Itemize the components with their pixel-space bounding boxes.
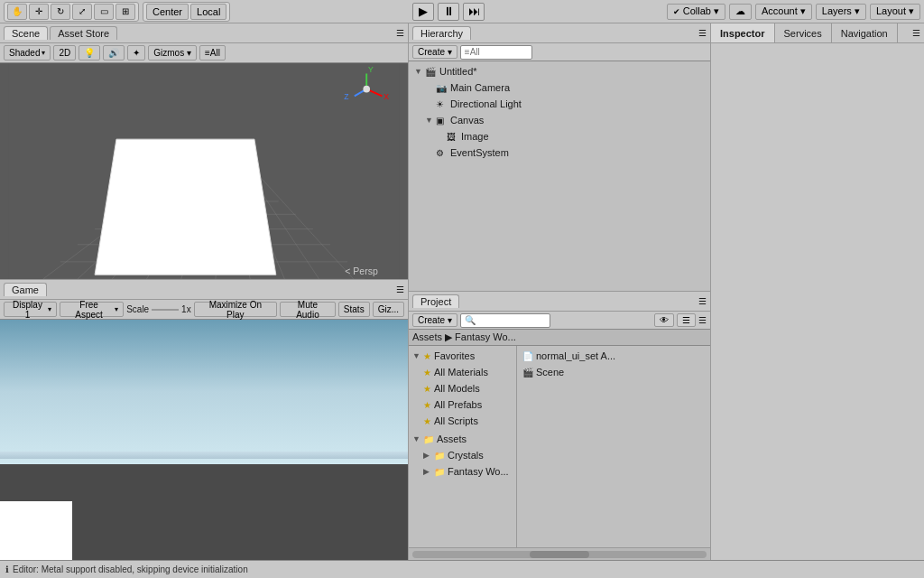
hierarchy-item-directional-light[interactable]: ☀ Directional Light bbox=[411, 96, 708, 112]
game-canvas[interactable] bbox=[0, 320, 408, 560]
hierarchy-item-main-camera[interactable]: 📷 Main Camera bbox=[411, 79, 708, 96]
camera-icon: 📷 bbox=[436, 83, 448, 93]
project-create-btn[interactable]: Create ▾ bbox=[412, 313, 457, 327]
favorites-section: ▼ ★ Favorites ★ All Materials ★ All Mode… bbox=[411, 348, 514, 429]
breadcrumb: Assets ▶ Fantasy Wo... bbox=[409, 330, 710, 346]
hierarchy-tabs: Hierarchy ☰ bbox=[409, 23, 710, 43]
project-menu[interactable]: ☰ bbox=[698, 296, 707, 306]
status-message: Editor: Metal support disabled, skipping… bbox=[13, 564, 248, 574]
svg-point-26 bbox=[363, 86, 370, 93]
multi-tool-btn[interactable]: ⊞ bbox=[116, 4, 135, 20]
fx-btn[interactable]: ✦ bbox=[127, 45, 145, 61]
hierarchy-item-image[interactable]: 🖼 Image bbox=[411, 128, 708, 144]
layout-btn[interactable]: Layout ▾ bbox=[870, 4, 920, 20]
project-tab[interactable]: Project bbox=[412, 294, 459, 308]
asset-store-tab[interactable]: Asset Store bbox=[50, 26, 117, 40]
game-white-box bbox=[0, 501, 72, 560]
scene-canvas[interactable]: X Y Z < Persp bbox=[0, 63, 408, 279]
crystals-label: Crystals bbox=[448, 450, 484, 461]
inspector-tab[interactable]: Inspector bbox=[711, 23, 775, 42]
project-tree: ▼ ★ Favorites ★ All Materials ★ All Mode… bbox=[409, 346, 517, 547]
game-view: Game ☰ Display 1 ▾ Free Aspect ▾ Scale 1… bbox=[0, 280, 408, 560]
account-btn[interactable]: Account ▾ bbox=[755, 4, 812, 20]
scale-value: 1x bbox=[181, 304, 191, 314]
all-prefabs-label: All Prefabs bbox=[434, 399, 482, 410]
hierarchy-content: ▼ 🎬 Untitled* 📷 Main Camera ☀ Directiona… bbox=[409, 61, 710, 291]
scene-3d-view: X Y Z < Persp bbox=[0, 63, 408, 279]
rotate-tool-btn[interactable]: ↻ bbox=[51, 4, 70, 20]
collab-btn[interactable]: ✔ Collab ▾ bbox=[667, 4, 725, 20]
right-panel: Inspector Services Navigation ☰ bbox=[711, 23, 924, 560]
breadcrumb-text: Assets ▶ Fantasy Wo... bbox=[412, 331, 516, 343]
move-tool-btn[interactable]: ✛ bbox=[29, 4, 49, 20]
rect-tool-btn[interactable]: ▭ bbox=[94, 4, 114, 20]
game-gizmos-btn[interactable]: Giz... bbox=[373, 302, 404, 317]
mute-btn[interactable]: Mute Audio bbox=[280, 302, 336, 317]
project-right-item-1[interactable]: 🎬 Scene bbox=[519, 364, 708, 380]
favorites-header[interactable]: ▼ ★ Favorites bbox=[411, 348, 514, 364]
scroll-thumb bbox=[530, 551, 588, 558]
aspect-btn[interactable]: Free Aspect ▾ bbox=[60, 302, 124, 317]
scale-slider[interactable] bbox=[152, 309, 179, 311]
event-icon: ⚙ bbox=[436, 148, 448, 158]
maximize-btn[interactable]: Maximize On Play bbox=[194, 302, 277, 317]
all-btn[interactable]: ≡All bbox=[199, 45, 226, 61]
fantasy-folder[interactable]: ▶ 📁 Fantasy Wo... bbox=[411, 463, 514, 480]
hierarchy-create-btn[interactable]: Create ▾ bbox=[412, 45, 457, 59]
display-btn[interactable]: Display 1 ▾ bbox=[4, 302, 57, 317]
account-label: Account ▾ bbox=[762, 5, 806, 17]
all-scripts-item[interactable]: ★ All Scripts bbox=[411, 413, 514, 429]
hierarchy-menu[interactable]: ☰ bbox=[698, 28, 707, 38]
local-btn[interactable]: Local bbox=[190, 4, 226, 20]
project-panel: Project ☰ Create ▾ 👁 ☰ ☰ Assets ▶ Fantas… bbox=[409, 292, 710, 560]
svg-text:Y: Y bbox=[368, 65, 374, 74]
all-prefabs-icon: ★ bbox=[423, 400, 431, 410]
project-panel-menu[interactable]: ☰ bbox=[698, 315, 707, 325]
lights-btn[interactable]: 💡 bbox=[79, 45, 100, 61]
pause-btn[interactable]: ⏸ bbox=[438, 3, 459, 21]
scene-tab[interactable]: Scene bbox=[4, 26, 48, 40]
cloud-btn[interactable]: ☁ bbox=[729, 4, 752, 20]
hierarchy-search-input[interactable] bbox=[460, 45, 532, 60]
project-search-input[interactable] bbox=[460, 313, 550, 328]
play-btn[interactable]: ▶ bbox=[412, 3, 434, 21]
project-view-btn[interactable]: ☰ bbox=[677, 313, 696, 327]
scene-panel-tabs: Scene Asset Store ☰ bbox=[0, 23, 408, 43]
hierarchy-item-canvas[interactable]: ▼ ▣ Canvas bbox=[411, 112, 708, 128]
stats-btn[interactable]: Stats bbox=[338, 302, 370, 317]
project-eyedropper-btn[interactable]: 👁 bbox=[654, 313, 674, 327]
hierarchy-item-untitled[interactable]: ▼ 🎬 Untitled* bbox=[411, 63, 708, 79]
normal-ui-icon: 📄 bbox=[522, 351, 533, 361]
svg-marker-19 bbox=[95, 139, 276, 275]
fantasy-label: Fantasy Wo... bbox=[448, 466, 509, 477]
game-tab[interactable]: Game bbox=[4, 283, 47, 296]
center-label: Center bbox=[152, 6, 182, 17]
game-panel-tabs: Game ☰ bbox=[0, 280, 408, 300]
hierarchy-item-event-system[interactable]: ⚙ EventSystem bbox=[411, 144, 708, 161]
inspector-menu[interactable]: ☰ bbox=[909, 28, 924, 38]
project-right-item-0[interactable]: 📄 normal_ui_set A... bbox=[519, 348, 708, 364]
2d-btn[interactable]: 2D bbox=[53, 45, 76, 61]
all-materials-item[interactable]: ★ All Materials bbox=[411, 364, 514, 380]
game-panel-menu[interactable]: ☰ bbox=[396, 284, 404, 294]
all-models-item[interactable]: ★ All Models bbox=[411, 380, 514, 396]
all-materials-icon: ★ bbox=[423, 368, 431, 378]
hand-tool-btn[interactable]: ✋ bbox=[7, 4, 27, 20]
services-tab[interactable]: Services bbox=[775, 23, 832, 42]
crystals-folder[interactable]: ▶ 📁 Crystals bbox=[411, 447, 514, 463]
shaded-btn[interactable]: Shaded ▾ bbox=[4, 45, 51, 61]
directional-light-label: Directional Light bbox=[450, 98, 522, 109]
game-toolbar: Display 1 ▾ Free Aspect ▾ Scale 1x Maxim… bbox=[0, 300, 408, 320]
assets-header[interactable]: ▼ 📁 Assets bbox=[411, 431, 514, 447]
gizmos-btn[interactable]: Gizmos ▾ bbox=[148, 45, 197, 61]
navigation-tab[interactable]: Navigation bbox=[832, 23, 898, 42]
layers-btn[interactable]: Layers ▾ bbox=[816, 4, 866, 20]
scale-tool-btn[interactable]: ⤢ bbox=[72, 4, 92, 20]
scene-panel-menu[interactable]: ☰ bbox=[396, 28, 404, 38]
step-btn[interactable]: ⏭ bbox=[463, 3, 485, 21]
all-prefabs-item[interactable]: ★ All Prefabs bbox=[411, 396, 514, 413]
audio-btn[interactable]: 🔊 bbox=[103, 45, 125, 61]
center-btn[interactable]: Center bbox=[146, 4, 189, 20]
project-scrollbar[interactable] bbox=[409, 547, 710, 560]
hierarchy-tab[interactable]: Hierarchy bbox=[412, 26, 471, 40]
